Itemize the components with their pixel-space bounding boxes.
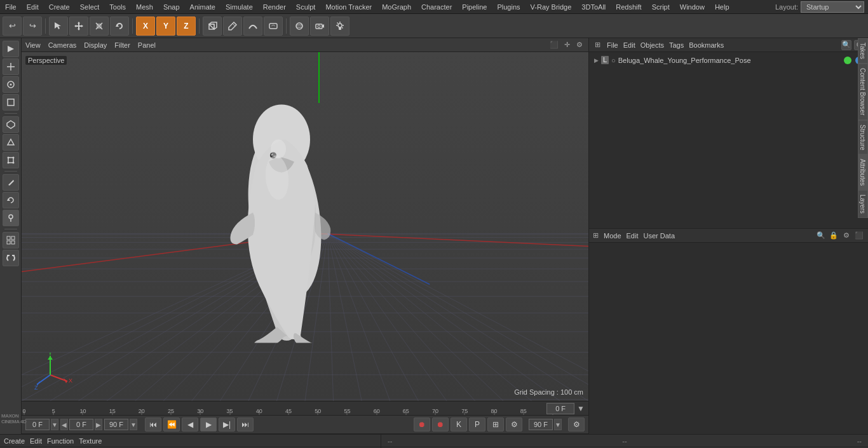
scale-tool-button[interactable] xyxy=(90,17,109,36)
light-button[interactable] xyxy=(330,17,349,36)
sidebar-rotate-btn[interactable] xyxy=(3,76,19,93)
viewport-menu-filter[interactable]: Filter xyxy=(114,41,130,49)
objects-menu-tags[interactable]: Tags xyxy=(669,41,684,49)
sidebar-scale-btn[interactable] xyxy=(3,94,19,111)
end-frame-arrow[interactable]: ▼ xyxy=(130,419,137,430)
menu-create[interactable]: Create xyxy=(44,2,75,12)
motion-key-button[interactable]: K xyxy=(451,417,467,431)
viewport-menu-view[interactable]: View xyxy=(25,41,41,49)
object-name[interactable]: Beluga_Whale_Young_Performance_Pose xyxy=(618,57,841,64)
sidebar-poly-btn[interactable] xyxy=(3,116,19,133)
menu-snap[interactable]: Snap xyxy=(158,2,185,12)
end-frame-input2[interactable] xyxy=(529,419,553,430)
menu-script[interactable]: Script xyxy=(647,2,675,12)
goto-start-button[interactable]: ⏮ xyxy=(145,417,161,431)
sidebar-knife-btn[interactable] xyxy=(3,174,19,191)
objects-menu-bookmarks[interactable]: Bookmarks xyxy=(689,41,724,49)
attr-search-icon[interactable]: 🔍 xyxy=(816,231,826,241)
viewport[interactable]: Perspective xyxy=(22,52,588,401)
menu-plugins[interactable]: Plugins xyxy=(492,2,525,12)
goto-end-button[interactable]: ⏭ xyxy=(237,417,254,431)
mat-menu-texture[interactable]: Texture xyxy=(79,437,102,445)
sidebar-magnet-btn[interactable] xyxy=(3,250,19,266)
menu-character[interactable]: Character xyxy=(416,2,457,12)
mat-menu-function[interactable]: Function xyxy=(47,437,74,445)
menu-pipeline[interactable]: Pipeline xyxy=(457,2,492,12)
sidebar-arrow-btn[interactable] xyxy=(3,41,19,57)
menu-edit[interactable]: Edit xyxy=(22,2,44,12)
object-row[interactable]: ▶ L ○ Beluga_Whale_Young_Performance_Pos… xyxy=(592,55,865,65)
attr-menu-userdata[interactable]: User Data xyxy=(644,232,675,240)
attr-lock-icon[interactable]: 🔒 xyxy=(829,231,839,241)
undo-button[interactable]: ↩ xyxy=(3,17,22,36)
prev-frame-arrow[interactable]: ◀ xyxy=(60,419,68,430)
mat-menu-edit[interactable]: Edit xyxy=(30,437,42,445)
sidebar-point-btn[interactable] xyxy=(3,152,19,168)
autokey-button[interactable]: ⏺ xyxy=(432,417,449,431)
side-tab-structure[interactable]: Structure xyxy=(858,120,868,155)
sidebar-paint-btn[interactable] xyxy=(3,210,19,226)
end-frame-input[interactable] xyxy=(104,419,128,430)
frame-indicator-input[interactable] xyxy=(546,403,574,414)
menu-render[interactable]: Render xyxy=(258,2,291,12)
mat-menu-create[interactable]: Create xyxy=(4,437,25,445)
record-button[interactable]: ⏺ xyxy=(414,417,430,431)
frame-arrow-btn[interactable]: ▼ xyxy=(577,404,585,413)
menu-select[interactable]: Select xyxy=(75,2,105,12)
menu-mograph[interactable]: MoGraph xyxy=(377,2,416,12)
sidebar-grid-btn[interactable] xyxy=(3,232,19,248)
viewport-icon-move[interactable]: ✛ xyxy=(562,40,572,50)
camera-button[interactable] xyxy=(310,17,329,36)
curve-button[interactable] xyxy=(243,17,262,36)
attr-settings-icon[interactable]: ⚙ xyxy=(841,231,851,241)
attr-menu-edit[interactable]: Edit xyxy=(627,232,639,240)
menu-simulate[interactable]: Simulate xyxy=(220,2,258,12)
select-tool-button[interactable] xyxy=(49,17,68,36)
start-frame-input[interactable] xyxy=(25,419,50,430)
sidebar-edge-btn[interactable] xyxy=(3,134,19,151)
menu-animate[interactable]: Animate xyxy=(185,2,220,12)
objects-content[interactable]: ▶ L ○ Beluga_Whale_Young_Performance_Pos… xyxy=(589,52,868,228)
grid-button[interactable]: ⊞ xyxy=(487,417,504,431)
layout-dropdown[interactable]: Startup xyxy=(801,1,864,13)
z-axis-button[interactable]: Z xyxy=(177,17,196,36)
objects-menu-file[interactable]: File xyxy=(607,41,618,49)
play-reverse-button[interactable]: ◀ xyxy=(182,417,198,431)
y-axis-button[interactable]: Y xyxy=(156,17,175,36)
menu-window[interactable]: Window xyxy=(675,2,710,12)
side-tab-content-browser[interactable]: Content Browser xyxy=(858,64,868,119)
environment-button[interactable] xyxy=(290,17,309,36)
pen-button[interactable] xyxy=(223,17,242,36)
menu-mesh[interactable]: Mesh xyxy=(131,2,158,12)
sidebar-spin-btn[interactable] xyxy=(3,192,19,208)
menu-sculpt[interactable]: Sculpt xyxy=(291,2,321,12)
deform-button[interactable] xyxy=(264,17,283,36)
timeline-ruler[interactable]: 051015202530354045505560657075808590 xyxy=(22,402,588,415)
objects-menu-edit[interactable]: Edit xyxy=(623,41,635,49)
sidebar-transform-btn[interactable] xyxy=(3,58,19,75)
menu-3dtoall[interactable]: 3DToAll xyxy=(576,2,611,12)
viewport-menu-display[interactable]: Display xyxy=(84,41,107,49)
redo-button[interactable]: ↪ xyxy=(23,17,42,36)
menu-help[interactable]: Help xyxy=(710,2,735,12)
menu-tools[interactable]: Tools xyxy=(104,2,131,12)
objects-menu-objects[interactable]: Objects xyxy=(641,41,664,49)
viewport-menu-panel[interactable]: Panel xyxy=(138,41,156,49)
attr-expand-icon[interactable]: ⬛ xyxy=(854,231,864,241)
side-tab-takes[interactable]: Takes xyxy=(858,38,868,64)
p-button[interactable]: P xyxy=(469,417,485,431)
objects-search-button[interactable]: 🔍 xyxy=(841,40,851,50)
rotate-tool-button[interactable] xyxy=(110,17,129,36)
viewport-menu-cameras[interactable]: Cameras xyxy=(48,41,77,49)
timeline-settings-button[interactable]: ⚙ xyxy=(506,417,522,431)
side-tab-attributes[interactable]: Attributes xyxy=(858,154,868,190)
menu-vray-bridge[interactable]: V-Ray Bridge xyxy=(526,2,577,12)
viewport-icon-settings[interactable]: ⚙ xyxy=(574,40,585,50)
attr-menu-mode[interactable]: Mode xyxy=(604,232,621,240)
timeline-expand-button[interactable]: ⚙ xyxy=(568,417,585,431)
menu-file[interactable]: File xyxy=(0,2,22,12)
side-tab-layers[interactable]: Layers xyxy=(858,190,868,218)
prev-keyframe-button[interactable]: ⏪ xyxy=(163,417,180,431)
cube-button[interactable] xyxy=(203,17,222,36)
menu-motion-tracker[interactable]: Motion Tracker xyxy=(320,2,377,12)
